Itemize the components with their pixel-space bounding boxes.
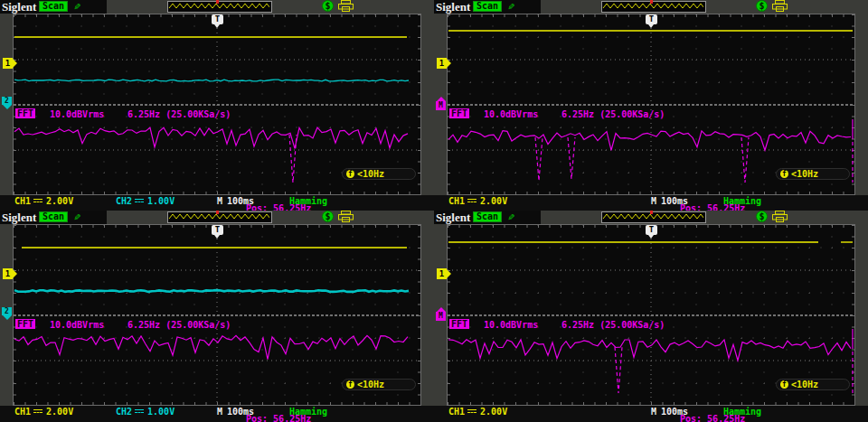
- trigger-marker: T: [646, 14, 657, 24]
- fft-scale: 10.0dBVrms: [50, 109, 104, 119]
- math-level-marker: M: [436, 101, 446, 110]
- frequency-icon: f: [346, 170, 354, 178]
- pencil-icon: ✎: [74, 211, 80, 223]
- right-bezel-strip: [855, 14, 868, 195]
- status-bar: CH12.00V CH21.00V M100ms Hamming Pos: 56…: [0, 406, 434, 422]
- scope-header-bar: Siglent Scan ✎ $: [0, 0, 434, 14]
- trigger-marker: T: [212, 14, 223, 24]
- preview-waveform: [168, 212, 269, 220]
- scope-header-bar: Siglent Scan ✎ $: [434, 211, 868, 224]
- fft-resolution: 6.25Hz (25.00KSa/s): [127, 320, 231, 330]
- frequency-counter-badge: f <10Hz: [776, 168, 850, 180]
- ch1-level-marker: 1: [3, 268, 13, 279]
- frequency-icon: f: [780, 170, 788, 178]
- acquisition-status-badge: Scan: [473, 211, 502, 222]
- frequency-icon: f: [346, 380, 354, 389]
- ch1-level-marker: 1: [437, 58, 447, 69]
- fft-position-status: Pos: 56.25Hz: [680, 416, 745, 422]
- fft-badge: FFT: [15, 319, 35, 329]
- scope-header-bar: Siglent Scan ✎ $: [434, 0, 868, 14]
- pencil-icon: ✎: [508, 0, 514, 13]
- ch1-status: CH12.00V: [14, 408, 73, 416]
- graticule: T 1 2 M FFT 10.0dBVrms 6.25Hz (25.00KSa/…: [13, 224, 421, 406]
- fft-resolution: 6.25Hz (25.00KSa/s): [561, 320, 665, 330]
- fft-scale: 10.0dBVrms: [484, 109, 538, 119]
- fft-badge: FFT: [15, 108, 35, 118]
- right-bezel-strip: [421, 14, 434, 195]
- frequency-value: <10Hz: [357, 380, 384, 389]
- scope-screen-top-left: Siglent Scan ✎ $ T 1 2 M FFT 10.0dBVrms …: [0, 0, 434, 211]
- fft-position-status: Pos: 56.25Hz: [246, 416, 311, 422]
- frequency-counter-badge: f <10Hz: [776, 379, 850, 390]
- brand-logo: Siglent: [436, 211, 470, 225]
- trigger-marker: T: [646, 225, 657, 235]
- printer-icon: [772, 211, 788, 222]
- printer-icon: [338, 211, 354, 222]
- dollar-coin-icon: $: [756, 0, 768, 12]
- ch1-status: CH12.00V: [448, 408, 507, 416]
- fft-badge: FFT: [449, 319, 469, 329]
- scope-screenshot-grid: Siglent Scan ✎ $ T 1 2 M FFT 10.0dBVrms …: [0, 0, 868, 422]
- pencil-icon: ✎: [74, 0, 80, 13]
- dc-coupling-icon: [33, 199, 42, 202]
- frequency-counter-badge: f <10Hz: [342, 379, 416, 390]
- ch1-status: CH12.00V: [448, 198, 507, 205]
- dc-coupling-icon: [467, 409, 476, 413]
- fft-scale: 10.0dBVrms: [484, 320, 538, 330]
- brand-logo: Siglent: [2, 211, 36, 225]
- status-bar: CH12.00V CH21.00V M100ms Hamming Pos: 56…: [434, 406, 868, 422]
- brand-logo: Siglent: [436, 0, 470, 14]
- fft-badge: FFT: [449, 108, 469, 118]
- fft-scale: 10.0dBVrms: [50, 320, 104, 330]
- right-bezel-strip: [421, 224, 434, 406]
- ch2-status: CH21.00V: [116, 198, 175, 205]
- dollar-coin-icon: $: [756, 211, 768, 222]
- dc-coupling-icon: [135, 409, 144, 413]
- acquisition-status-badge: Scan: [39, 211, 68, 222]
- dollar-coin-icon: $: [322, 0, 334, 12]
- printer-icon: [772, 0, 788, 12]
- waveform-preview-bar: [601, 1, 706, 13]
- trigger-position-tick: [216, 211, 219, 214]
- fft-resolution: 6.25Hz (25.00KSa/s): [561, 109, 665, 119]
- waveform-preview-bar: [601, 211, 706, 223]
- frequency-value: <10Hz: [357, 169, 384, 179]
- ch2-status: CH21.00V: [116, 408, 175, 416]
- dc-coupling-icon: [33, 409, 42, 413]
- dc-coupling-icon: [135, 199, 144, 202]
- graticule: T 1 2 M FFT 10.0dBVrms 6.25Hz (25.00KSa/…: [13, 14, 421, 195]
- math-level-marker: M: [436, 312, 446, 321]
- trigger-position-tick: [650, 0, 653, 4]
- scope-screen-top-right: Siglent Scan ✎ $ T 1 2 M FFT 10.0dBVrms …: [434, 0, 868, 211]
- graticule: T 1 2 M FFT 10.0dBVrms 6.25Hz (25.00KSa/…: [447, 14, 855, 195]
- acquisition-status-badge: Scan: [39, 1, 68, 12]
- status-bar: CH12.00V CH21.00V M100ms Hamming Pos: 56…: [434, 195, 868, 211]
- trigger-position-tick: [650, 211, 653, 214]
- ch1-status: CH12.00V: [14, 198, 73, 205]
- preview-waveform: [602, 212, 703, 220]
- acquisition-status-badge: Scan: [473, 1, 502, 12]
- frequency-counter-badge: f <10Hz: [342, 168, 416, 180]
- dollar-coin-icon: $: [322, 211, 334, 222]
- frequency-icon: f: [780, 380, 788, 389]
- frequency-value: <10Hz: [791, 380, 818, 389]
- waveform-preview-bar: [167, 1, 272, 13]
- status-bar: CH12.00V CH21.00V M100ms Hamming Pos: 56…: [0, 195, 434, 211]
- trigger-marker: T: [212, 225, 223, 235]
- preview-waveform: [602, 2, 703, 10]
- ch1-level-marker: 1: [3, 58, 13, 69]
- ch2-level-marker: 2: [2, 307, 12, 315]
- graticule: T 1 2 M FFT 10.0dBVrms 6.25Hz (25.00KSa/…: [447, 224, 855, 406]
- fft-resolution: 6.25Hz (25.00KSa/s): [127, 109, 231, 119]
- scope-screen-bottom-left: Siglent Scan ✎ $ T 1 2 M FFT 10.0dBVrms …: [0, 211, 434, 422]
- ch1-level-marker: 1: [437, 268, 447, 279]
- right-bezel-strip: [855, 224, 868, 406]
- dc-coupling-icon: [467, 199, 476, 202]
- frequency-value: <10Hz: [791, 169, 818, 179]
- scope-header-bar: Siglent Scan ✎ $: [0, 211, 434, 224]
- ch2-level-marker: 2: [2, 97, 12, 105]
- scope-screen-bottom-right: Siglent Scan ✎ $ T 1 2 M FFT 10.0dBVrms …: [434, 211, 868, 422]
- waveform-preview-bar: [167, 211, 272, 223]
- printer-icon: [338, 0, 354, 12]
- trigger-position-tick: [216, 0, 219, 4]
